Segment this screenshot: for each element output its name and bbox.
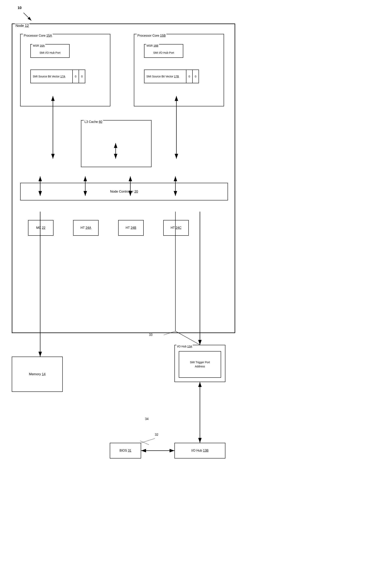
smi-sbv-b-box: SMI Source Bit Vector 17B 0 0 <box>144 69 199 83</box>
smi-sbv-b-label: SMI Source Bit Vector 17B <box>144 75 186 78</box>
iohub-a-inner: SMI Trigger Port Address <box>179 351 221 378</box>
ht-24c-box: HT 24C <box>163 220 189 236</box>
proc-core-b: Processor Core 15B MSR 16B SMI I/O Hub P… <box>134 34 224 106</box>
iohub-a-label: I/O Hub 13A <box>176 345 193 348</box>
smi-sbv-a-bit2: 0 <box>78 70 85 83</box>
bios-box: BIOS 31 <box>110 443 141 459</box>
ht24c-to-iohub-a-diag <box>176 331 200 345</box>
ref-34-label: 34 <box>145 417 148 421</box>
ref32-line <box>141 439 155 443</box>
smi-sbv-a-label: SMI Source Bit Vector 17A <box>31 75 72 78</box>
smi-sbv-b-bit1: 0 <box>186 70 192 83</box>
diagram-container: 10 Node 12 Processor Core 15A MSR 16A SM… <box>0 0 392 587</box>
iohub-a-box: I/O Hub 13A SMI Trigger Port Address <box>174 345 226 382</box>
ht-24b-box: HT 24B <box>118 220 144 236</box>
ht-24a-box: HT 24A <box>73 220 98 236</box>
msr-a-content: SMI I/O Hub Port <box>31 48 69 54</box>
ref-32-label: 32 <box>155 433 158 437</box>
smi-sbv-b-bit2: 0 <box>192 70 198 83</box>
mc-box: MC 22 <box>28 220 54 236</box>
ref-10-label: 10 <box>18 6 22 10</box>
msr-b-label: MSR 16B <box>146 44 159 47</box>
smi-sbv-a-box: SMI Source Bit Vector 17A 0 0 <box>30 69 85 83</box>
msr-a-box: MSR 16A SMI I/O Hub Port <box>30 44 70 58</box>
smi-sbv-a-bit1: 0 <box>72 70 78 83</box>
node-box: Node 12 Processor Core 15A MSR 16A SMI I… <box>12 23 235 333</box>
ref-33-label: 33 <box>149 333 152 337</box>
l3-cache-label: L3 Cache 60 <box>84 120 103 124</box>
msr-a-label: MSR 16A <box>32 44 45 47</box>
ref10-arrow <box>24 13 31 20</box>
l3-cache-box: L3 Cache 60 <box>81 120 152 167</box>
ref34-line <box>140 441 149 445</box>
proc-core-b-label: Processor Core 15B <box>136 34 166 37</box>
proc-core-a-label: Processor Core 15A <box>23 34 53 37</box>
iohub-b-box: I/O Hub 13B <box>174 443 226 459</box>
nc-label: Node Controller 20 <box>110 190 138 194</box>
memory-box: Memory 14 <box>12 357 63 392</box>
msr-b-box: MSR 16B SMI I/O Hub Port <box>144 44 183 58</box>
nc-box: Node Controller 20 <box>20 183 228 200</box>
node-label: Node 12 <box>15 24 30 28</box>
proc-core-a: Processor Core 15A MSR 16A SMI I/O Hub P… <box>20 34 110 106</box>
msr-b-content: SMI I/O Hub Port <box>144 48 183 54</box>
